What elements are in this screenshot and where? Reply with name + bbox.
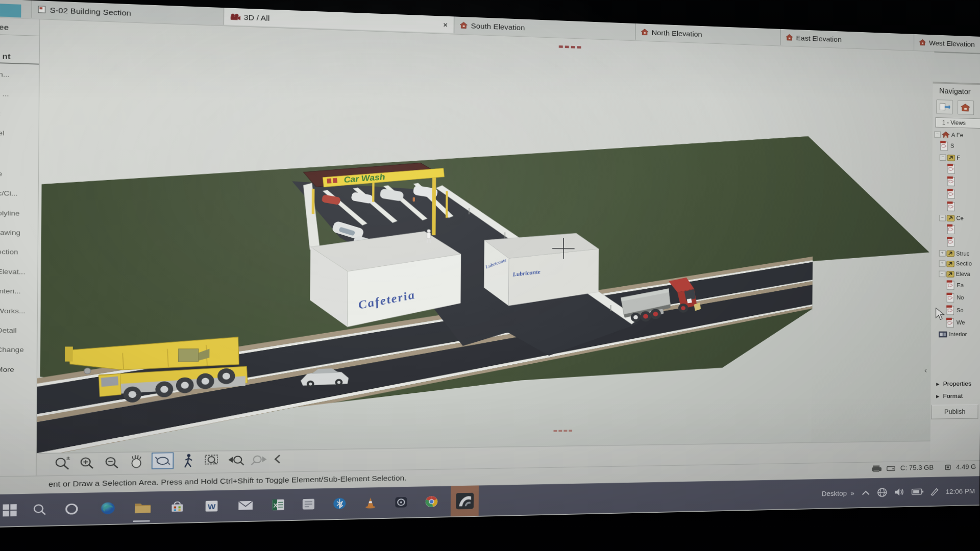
publish-button[interactable]: Publish bbox=[932, 405, 978, 419]
orbit-icon-active[interactable] bbox=[152, 453, 174, 469]
scroll-left-icon[interactable] bbox=[275, 455, 280, 463]
tool-dimension[interactable]: n... bbox=[0, 64, 39, 85]
tree-item-plan-view[interactable] bbox=[947, 188, 980, 201]
tool-unknown-2[interactable] bbox=[0, 143, 38, 165]
clock[interactable]: 12:06 PM bbox=[945, 487, 975, 495]
tool-polyline[interactable]: olyline bbox=[0, 203, 38, 223]
chrome-button[interactable] bbox=[423, 493, 440, 510]
tree-item-plan-view[interactable] bbox=[946, 236, 980, 248]
hidden-icons-caret[interactable] bbox=[861, 489, 870, 496]
expander-icon[interactable]: − bbox=[934, 131, 941, 138]
windows-logo-icon bbox=[2, 504, 17, 517]
media-player-button[interactable] bbox=[392, 494, 410, 511]
tree-item-interior[interactable]: Interior bbox=[939, 329, 980, 339]
viewmap-selector[interactable]: 1 - Views bbox=[935, 117, 980, 129]
printer-icon[interactable] bbox=[871, 465, 881, 472]
tree-item-plan-view[interactable] bbox=[947, 163, 980, 176]
zoom-out-icon[interactable] bbox=[106, 458, 118, 468]
microsoft-store-button[interactable] bbox=[168, 498, 187, 516]
pen-ink-icon[interactable] bbox=[930, 487, 939, 496]
format-section-header[interactable]: ▶ Format bbox=[930, 390, 980, 402]
volume-icon[interactable] bbox=[894, 487, 905, 497]
tray-desktop-toggle[interactable]: Desktop » bbox=[822, 489, 854, 497]
tool-change[interactable]: Change bbox=[0, 340, 37, 360]
tree-item-west-elevation[interactable]: We bbox=[946, 316, 980, 329]
vlc-button[interactable] bbox=[361, 494, 380, 511]
mail-button[interactable] bbox=[236, 497, 255, 514]
expander-icon[interactable]: + bbox=[939, 250, 946, 256]
navigator-bottom-section: ▶ Properties ▶ Format Publish bbox=[930, 378, 980, 432]
tree-item-plan-view[interactable] bbox=[947, 175, 980, 188]
tool-unknown-1[interactable]: : bbox=[0, 104, 39, 124]
network-globe-icon[interactable] bbox=[877, 487, 887, 497]
battery-icon[interactable] bbox=[911, 488, 923, 495]
tree-item-north-elevation[interactable]: No bbox=[946, 291, 980, 304]
tree-item-elevations[interactable]: − Eleva bbox=[939, 268, 980, 279]
tool-detail[interactable]: Detail bbox=[0, 320, 37, 340]
project-chooser-button[interactable] bbox=[936, 99, 953, 114]
expander-icon[interactable]: − bbox=[939, 215, 946, 221]
tool-interior-elevation[interactable]: Interi... bbox=[0, 282, 37, 302]
toolbox-group-header: nt bbox=[0, 38, 39, 62]
tree-item-structural[interactable]: + Struc bbox=[939, 248, 980, 259]
navigator-title: Navigator bbox=[933, 83, 980, 98]
expander-icon[interactable]: − bbox=[939, 270, 945, 277]
view-doc-icon bbox=[946, 292, 955, 303]
tool-worksheet[interactable]: Works... bbox=[0, 301, 37, 321]
expand-triangle-icon: ▶ bbox=[936, 382, 939, 386]
tool-elevation[interactable]: Elevat... bbox=[0, 262, 38, 282]
word-button[interactable]: W bbox=[202, 497, 221, 514]
next-zoom-icon[interactable] bbox=[251, 456, 266, 465]
project-root-button[interactable] bbox=[958, 100, 974, 115]
folder-arrow-icon bbox=[947, 154, 955, 161]
quick-options-corner bbox=[0, 4, 21, 17]
tool-line[interactable]: e bbox=[0, 164, 38, 184]
tab-label: West Elevation bbox=[929, 39, 975, 48]
pan-hand-icon[interactable] bbox=[132, 455, 141, 467]
tree-item-floor-plans[interactable]: − F bbox=[940, 152, 980, 163]
3d-viewport[interactable]: Car Wash Cafeteria Lubricante Lubricante bbox=[37, 19, 935, 454]
tree-item-plan-view[interactable] bbox=[946, 223, 980, 236]
interior-elevation-icon bbox=[939, 331, 948, 338]
tree-item-east-elevation[interactable]: Ea bbox=[946, 279, 980, 292]
tree-item-sections[interactable]: + Sectio bbox=[939, 258, 980, 269]
archicad-button-active[interactable] bbox=[451, 486, 479, 517]
bluetooth-button[interactable] bbox=[330, 495, 349, 512]
tree-item-south-elevation[interactable]: So bbox=[946, 304, 980, 317]
taskbar-search-button[interactable] bbox=[30, 501, 49, 518]
tool-drawing[interactable]: rawing bbox=[0, 222, 38, 242]
zoom-plusminus-icon[interactable]: ± bbox=[56, 455, 70, 469]
viewmap-selector-label: 1 - Views bbox=[942, 119, 966, 127]
tool-more[interactable]: More bbox=[0, 360, 37, 380]
tree-item-ceiling-plans[interactable]: − Ce bbox=[939, 213, 980, 223]
fit-in-window-icon[interactable] bbox=[205, 455, 217, 464]
start-button[interactable] bbox=[0, 502, 19, 519]
tool-fill[interactable]: l ... bbox=[0, 84, 39, 105]
previous-zoom-icon[interactable] bbox=[228, 456, 243, 465]
chrome-icon bbox=[425, 495, 438, 508]
tool-label[interactable]: el bbox=[0, 123, 39, 143]
tree-item-plan-view[interactable] bbox=[947, 200, 980, 213]
file-explorer-button[interactable] bbox=[133, 499, 153, 516]
edge-browser-button[interactable] bbox=[98, 499, 117, 517]
tree-item-site[interactable]: S bbox=[940, 139, 980, 153]
panel-collapse-arrow[interactable]: ‹ bbox=[924, 366, 927, 375]
explore-walk-icon[interactable] bbox=[185, 454, 192, 467]
properties-section-header[interactable]: ▶ Properties bbox=[930, 378, 980, 390]
zoom-in-icon[interactable] bbox=[81, 458, 93, 468]
cortana-button[interactable] bbox=[62, 500, 81, 518]
tab-close-icon[interactable]: × bbox=[443, 20, 447, 28]
tool-section[interactable]: ection bbox=[0, 242, 38, 262]
cortana-ring-icon bbox=[64, 503, 79, 516]
tab-west-elevation[interactable]: West Elevation bbox=[914, 34, 980, 53]
notes-app-button[interactable] bbox=[299, 496, 317, 513]
expander-icon[interactable]: − bbox=[940, 154, 946, 161]
elevation-house-icon bbox=[641, 29, 649, 36]
tree-item-project-root[interactable]: − A Fe bbox=[934, 129, 980, 141]
edge-icon bbox=[100, 501, 116, 515]
tool-arc-circle[interactable]: c/Ci... bbox=[0, 184, 38, 204]
expander-icon[interactable]: + bbox=[939, 260, 946, 266]
excel-button[interactable]: X bbox=[269, 496, 287, 513]
worker-figure[interactable] bbox=[413, 197, 415, 202]
memory-free-text: 4.49 G bbox=[956, 463, 976, 471]
